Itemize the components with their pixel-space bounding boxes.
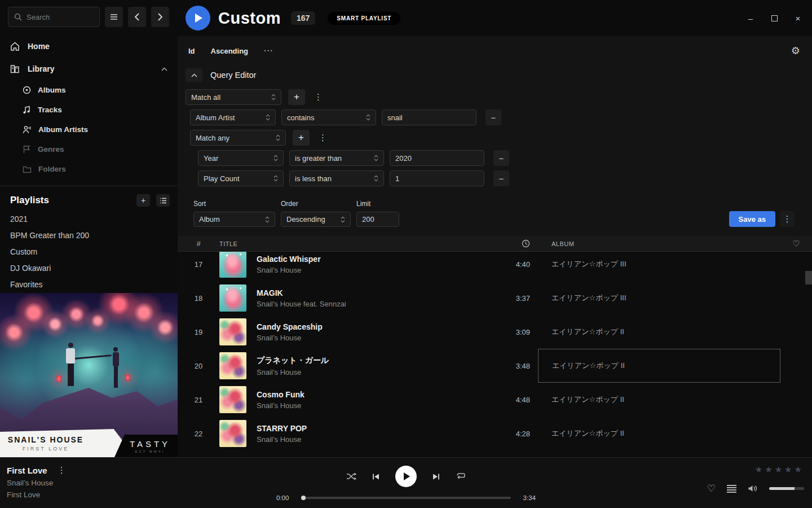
close-button[interactable]: × <box>793 14 803 23</box>
add-playlist-button[interactable]: + <box>136 194 150 207</box>
query-sort-select[interactable]: Album <box>193 212 275 227</box>
shuffle-button[interactable] <box>346 472 356 480</box>
rule-field-select[interactable]: Album Artist <box>190 110 276 125</box>
playlist-list-button[interactable] <box>156 194 170 207</box>
library-icon <box>10 64 20 73</box>
playlist-item[interactable]: Custom <box>0 244 178 260</box>
sidebar-item-genres[interactable]: Genres <box>0 139 178 159</box>
track-title: Cosmo Funk <box>257 390 488 399</box>
sidebar-item-library[interactable]: Library <box>0 58 178 80</box>
limit-input[interactable] <box>356 212 399 227</box>
track-row[interactable]: 19 Candy Spaceship Snail’s House 3:09 エイ… <box>178 315 812 349</box>
sort-field-button[interactable]: Id <box>188 47 195 55</box>
track-row[interactable]: 18 MAGIK Snail’s House feat. Sennzai 3:3… <box>178 281 812 315</box>
list-toolbar: Id Ascending ··· ⚙ <box>178 36 812 63</box>
save-menu-button[interactable]: ⋮ <box>780 211 795 227</box>
save-as-button[interactable]: Save as <box>729 211 775 227</box>
nav-forward-button[interactable] <box>151 7 169 27</box>
rule-group-menu-button[interactable]: ⋮ <box>311 92 326 102</box>
group-menu-button[interactable]: ⋮ <box>315 133 330 143</box>
track-album[interactable]: エイリアン☆ポップ II <box>538 417 780 450</box>
sidebar: Home Library Albums <box>0 0 178 457</box>
queue-icon[interactable] <box>727 485 736 493</box>
rule-value-input[interactable] <box>382 110 476 125</box>
now-playing-album-art[interactable]: SNAIL'S HOUSE FIRST LOVE TASTY EST MMXI <box>0 293 178 457</box>
favorite-column-heart-icon[interactable]: ♡ <box>792 239 800 249</box>
column-title[interactable]: TITLE <box>219 240 257 247</box>
playlist-item[interactable]: Favorites <box>0 277 178 293</box>
rule-operator-select[interactable]: contains <box>281 110 376 125</box>
now-playing-info[interactable]: First Love ⋮ Snail’s House First Love <box>7 465 69 499</box>
sidebar-item-tracks[interactable]: Tracks <box>0 100 178 120</box>
track-row[interactable]: 21 Cosmo Funk Snail’s House 4:48 エイリアン☆ポ… <box>178 383 812 417</box>
maximize-button[interactable] <box>769 14 779 23</box>
collapse-query-editor-button[interactable] <box>186 68 202 82</box>
playlist-item[interactable]: BPM Greater than 200 <box>0 227 178 244</box>
sort-direction-button[interactable]: Ascending <box>211 47 248 55</box>
track-album[interactable]: エイリアン☆ポップ III <box>538 252 780 281</box>
rule-value-input[interactable] <box>390 170 484 186</box>
rule-value-input[interactable] <box>390 150 484 166</box>
rule-field-select[interactable]: Year <box>198 150 284 166</box>
remove-rule-button[interactable]: − <box>486 110 501 125</box>
search-input[interactable] <box>8 7 100 27</box>
favorite-heart-icon[interactable]: ♡ <box>707 483 716 494</box>
track-row[interactable]: 22 STARRY POP Snail’s House 4:28 エイリアン☆ポ… <box>178 417 812 450</box>
sidebar-item-label: Album Artists <box>38 125 88 134</box>
play-button[interactable] <box>395 466 417 487</box>
group-match-select[interactable]: Match any <box>190 130 286 146</box>
sidebar-item-folders[interactable]: Folders <box>0 159 178 179</box>
gear-icon[interactable]: ⚙ <box>791 45 800 57</box>
sidebar-item-album-artists[interactable]: Album Artists <box>0 120 178 139</box>
rule-operator-select[interactable]: is greater than <box>289 150 384 166</box>
rule-field-select[interactable]: Play Count <box>198 170 284 186</box>
previous-button[interactable] <box>372 473 379 480</box>
search-field[interactable] <box>27 13 89 21</box>
nav-back-button[interactable] <box>128 7 146 27</box>
chevron-right-icon <box>157 13 163 21</box>
play-icon <box>404 472 410 480</box>
minimize-button[interactable]: – <box>745 14 756 23</box>
track-album-focused-cell[interactable]: エイリアン☆ポップ II <box>538 349 780 383</box>
track-row[interactable]: 17 Galactic Whisper Snail’s House 4:40 エ… <box>178 252 812 281</box>
seek-knob[interactable] <box>301 496 306 500</box>
main-panel: – × Custom 167 SMART PLAYLIST Id Ascendi… <box>178 0 812 457</box>
root-match-select[interactable]: Match all <box>186 89 281 105</box>
track-title: STARRY POP <box>257 424 488 433</box>
seek-bar[interactable] <box>301 497 511 499</box>
remove-rule-button[interactable]: − <box>493 150 509 166</box>
track-album[interactable]: エイリアン☆ポップ II <box>538 383 780 417</box>
album-art-artist-banner: SNAIL'S HOUSE FIRST LOVE <box>0 429 135 457</box>
chevron-up-icon[interactable] <box>161 67 167 71</box>
rule-operator-select[interactable]: is less than <box>289 170 384 186</box>
volume-icon[interactable] <box>748 484 758 493</box>
track-cover-art <box>219 252 246 278</box>
more-options-button[interactable]: ··· <box>264 46 273 55</box>
track-album[interactable]: エイリアン☆ポップ II <box>538 315 780 349</box>
query-order-select[interactable]: Descending <box>281 212 351 227</box>
next-button[interactable] <box>433 473 440 480</box>
add-rule-button[interactable]: + <box>288 89 305 105</box>
now-playing-menu-button[interactable]: ⋮ <box>54 465 69 475</box>
playlist-item[interactable]: 2021 <box>0 211 178 227</box>
remove-rule-button[interactable]: − <box>493 170 509 186</box>
duration-column-clock-icon[interactable] <box>522 239 538 248</box>
column-album[interactable]: ALBUM <box>538 240 780 247</box>
maximize-icon <box>771 15 778 21</box>
sidebar-item-label: Library <box>28 64 54 73</box>
column-index[interactable]: # <box>178 239 219 248</box>
volume-slider[interactable] <box>769 487 804 490</box>
sidebar-item-albums[interactable]: Albums <box>0 80 178 100</box>
add-group-rule-button[interactable]: + <box>293 130 310 146</box>
rating-stars[interactable]: ★★★★★ <box>755 465 804 475</box>
track-row[interactable]: 20 プラネット・ガール Snail’s House 3:48 エイリアン☆ポッ… <box>178 349 812 383</box>
play-playlist-button[interactable] <box>186 6 210 30</box>
playlist-item[interactable]: DJ Okawari <box>0 260 178 277</box>
track-cover-art <box>219 284 246 312</box>
sidebar-item-home[interactable]: Home <box>0 35 178 58</box>
album-art-artist: SNAIL'S HOUSE <box>8 435 83 444</box>
track-album[interactable]: エイリアン☆ポップ III <box>538 281 780 315</box>
menu-button[interactable] <box>105 7 123 27</box>
scrollbar-thumb[interactable] <box>805 271 812 284</box>
repeat-button[interactable] <box>456 472 466 480</box>
